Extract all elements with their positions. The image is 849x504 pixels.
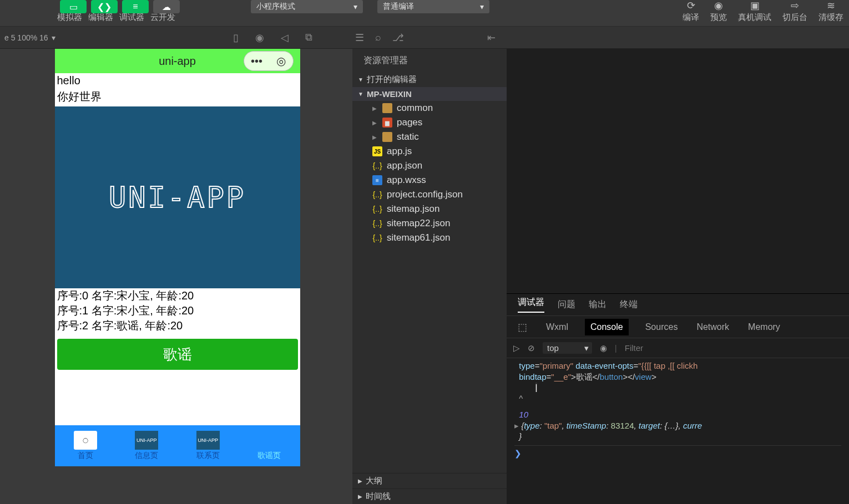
editor-toggle[interactable]: ❮❯ <box>91 0 118 13</box>
capsule-button[interactable]: ••• ◎ <box>244 51 294 71</box>
explorer-controls: ☰ ⌕ ⎇ <box>355 32 404 44</box>
cloud-dev-toggle[interactable]: ☁ <box>153 0 180 13</box>
sim-controls: ▯ ◉ ◁ ⧉ <box>233 32 312 44</box>
js-icon: JS <box>372 146 382 156</box>
compile-button[interactable]: ⟳编译 <box>683 0 699 23</box>
folder-icon: ▆ <box>382 132 392 142</box>
simulator-panel: uni-app ••• ◎ hello 你好世界 UNI-APP 序号:0 名字… <box>0 49 352 504</box>
mode-labels: 模拟器 编辑器 调试器 云开发 <box>54 12 178 23</box>
phone-navbar: uni-app ••• ◎ <box>55 49 300 73</box>
console-line: } <box>514 431 841 442</box>
back-icon: ⇨ <box>789 0 802 11</box>
logo-text: UNI-APP <box>109 181 246 214</box>
branch-icon[interactable]: ⎇ <box>392 32 404 44</box>
folder-static[interactable]: ▶▆static <box>352 130 507 144</box>
tab-contact[interactable]: UNI-APP联系页 <box>178 425 239 466</box>
tab-wxml[interactable]: Wxml <box>544 319 570 335</box>
background-button[interactable]: ⇨切后台 <box>782 0 807 23</box>
folder-common[interactable]: ▶▆common <box>352 101 507 115</box>
chevron-right-icon: ▶ <box>358 493 362 500</box>
tab-home[interactable]: ◯首页 <box>55 425 117 466</box>
device-icon: ▣ <box>748 0 761 11</box>
console-line: type="primary" data-event-opts="{{[[ tap… <box>514 360 841 371</box>
chevron-down-icon: ▾ <box>584 343 589 353</box>
tab-output[interactable]: 输出 <box>589 299 607 310</box>
timeline-section[interactable]: ▶时间线 <box>352 488 507 504</box>
explorer-title: 资源管理器 <box>352 49 507 72</box>
file-app-js[interactable]: JSapp.js <box>352 144 507 159</box>
right-tools: ⟳编译 ◉预览 ▣真机调试 ⇨切后台 ≋清缓存 <box>683 0 843 23</box>
mode-dropdown[interactable]: 小程序模式 ▾ <box>251 0 363 13</box>
devtool-primary-tabs: 调试器 问题 输出 终端 <box>507 294 849 316</box>
filter-input[interactable] <box>625 343 708 353</box>
preview-button[interactable]: ◉预览 <box>710 0 727 23</box>
file-project-config[interactable]: {..}project.config.json <box>352 187 507 202</box>
file-sitemap22[interactable]: {..}sitemap22.json <box>352 216 507 231</box>
home-icon: ◯ <box>74 431 97 450</box>
open-editors-section[interactable]: ▼打开的编辑器 <box>352 72 507 87</box>
more-icon: ••• <box>251 55 262 68</box>
clear-cache-button[interactable]: ≋清缓存 <box>818 0 843 23</box>
context-selector[interactable]: top▾ <box>543 342 592 354</box>
zoom-info[interactable]: e 5 100% 16▾ <box>4 33 55 42</box>
tab-console[interactable]: Console <box>585 319 629 335</box>
console-line: | <box>514 382 841 393</box>
phone-frame: uni-app ••• ◎ hello 你好世界 UNI-APP 序号:0 名字… <box>55 49 300 466</box>
tab-debugger[interactable]: 调试器 <box>518 297 544 313</box>
console-toolbar: ▷ ⊘ top▾ ◉ | <box>507 338 849 358</box>
search-icon[interactable]: ⌕ <box>375 32 381 44</box>
top-toolbar: ▭ ❮❯ ≡ ☁ 模拟器 编辑器 调试器 云开发 小程序模式 ▾ 普通编译 ▾ … <box>0 0 849 27</box>
device-debug-button[interactable]: ▣真机调试 <box>738 0 771 23</box>
sound-icon[interactable]: ◁ <box>281 32 289 44</box>
file-app-json[interactable]: {..}app.json <box>352 159 507 173</box>
tab-terminal[interactable]: 终端 <box>620 299 638 310</box>
play-icon[interactable]: ▷ <box>513 343 520 353</box>
devtools-panel: 调试器 问题 输出 终端 ⬚ Wxml Console Sources Netw… <box>507 293 849 504</box>
contact-icon: UNI-APP <box>196 431 220 450</box>
folder-pages[interactable]: ▶▆pages <box>352 115 507 130</box>
info-icon: UNI-APP <box>135 431 158 450</box>
console-line: ▸ {type: "tap", timeStamp: 83124, target… <box>514 420 841 431</box>
tab-memory[interactable]: Memory <box>746 319 782 335</box>
file-sitemap61[interactable]: {..}sitemap61.json <box>352 231 507 245</box>
devtool-secondary-tabs: ⬚ Wxml Console Sources Network Memory <box>507 316 849 338</box>
outline-section[interactable]: ▶大纲 <box>352 473 507 488</box>
tab-geyao[interactable]: x歌谣页 <box>239 425 300 466</box>
window-icon[interactable]: ⧉ <box>305 32 312 44</box>
clear-console-icon[interactable]: ⊘ <box>528 343 535 353</box>
compile-icon: ⟳ <box>684 0 698 11</box>
phone-body: hello 你好世界 UNI-APP 序号:0 名字:宋小宝, 年龄:20 序号… <box>55 73 300 375</box>
json-icon: {..} <box>372 190 382 200</box>
eye-icon[interactable]: ◉ <box>600 343 607 353</box>
record-icon[interactable]: ◉ <box>255 32 264 44</box>
file-app-wxss[interactable]: ≡app.wxss <box>352 173 507 187</box>
folder-icon: ▆ <box>382 118 392 128</box>
explorer-panel: 资源管理器 ▼打开的编辑器 ▼MP-WEIXIN ▶▆common ▶▆page… <box>352 49 507 504</box>
file-sitemap[interactable]: {..}sitemap.json <box>352 202 507 216</box>
inspect-icon[interactable]: ⬚ <box>516 318 529 337</box>
compile-dropdown[interactable]: 普通编译 ▾ <box>377 0 489 13</box>
chevron-right-icon: ▶ <box>372 120 377 126</box>
primary-button[interactable]: 歌谣 <box>57 339 298 370</box>
console-line: bindtap="__e">歌谣</button></view> <box>514 371 841 383</box>
collapse-icon[interactable]: ⇤ <box>487 32 496 44</box>
simulator-toggle[interactable]: ▭ <box>60 0 87 13</box>
list-item: 序号:2 名字:歌谣, 年龄:20 <box>55 318 300 333</box>
sub-toolbar: e 5 100% 16▾ ▯ ◉ ◁ ⧉ ☰ ⌕ ⎇ ⇤ <box>0 27 849 49</box>
chevron-down-icon: ▾ <box>52 33 55 42</box>
console-output[interactable]: type="primary" data-event-opts="{{[[ tap… <box>507 358 849 504</box>
tab-sources[interactable]: Sources <box>643 319 680 335</box>
tab-info[interactable]: UNI-APP信息页 <box>116 425 178 466</box>
console-prompt[interactable]: ❯ <box>514 445 841 459</box>
wxss-icon: ≡ <box>372 175 382 185</box>
phone-icon[interactable]: ▯ <box>233 32 239 44</box>
chevron-right-icon: ▶ <box>372 134 377 140</box>
compile-dropdown-label: 普通编译 <box>383 2 414 12</box>
debugger-toggle[interactable]: ≡ <box>122 0 149 13</box>
list-icon[interactable]: ☰ <box>355 32 364 44</box>
tab-bar: ◯首页 UNI-APP信息页 UNI-APP联系页 x歌谣页 <box>55 425 300 466</box>
tab-problems[interactable]: 问题 <box>558 299 575 310</box>
tab-network[interactable]: Network <box>694 319 731 335</box>
text-hello: hello <box>55 73 300 88</box>
project-root[interactable]: ▼MP-WEIXIN <box>352 87 507 101</box>
